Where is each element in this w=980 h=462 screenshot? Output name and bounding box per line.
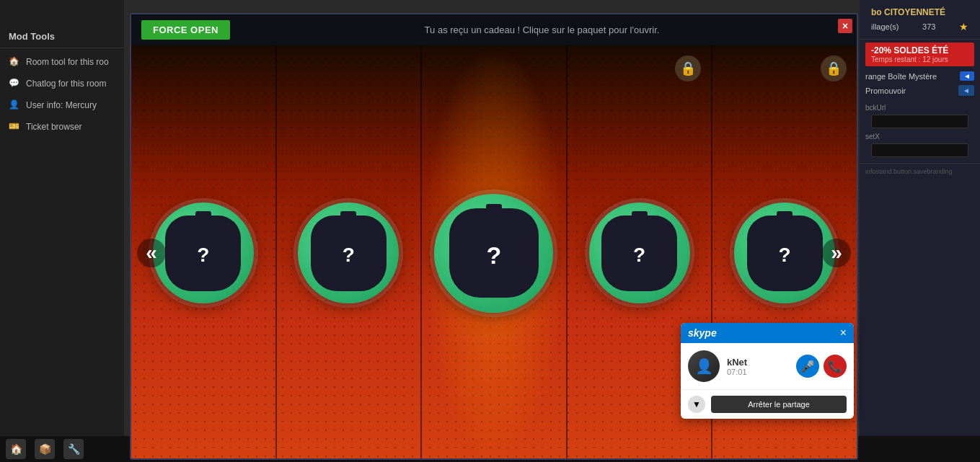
skype-controls: 🎤 📞 xyxy=(796,355,847,378)
sidebar-item-room-tool-label: Room tool for this roo xyxy=(26,57,109,67)
skype-expand-button[interactable]: ▼ xyxy=(688,396,705,413)
promote-button[interactable]: ◄ xyxy=(958,85,974,96)
skype-close-button[interactable]: × xyxy=(840,327,847,339)
skype-time: 07:01 xyxy=(727,368,789,376)
sale-box: -20% SOLDES ÉTÉ Temps restant : 12 jours xyxy=(865,43,974,66)
carousel-prev-button[interactable]: « xyxy=(137,239,166,267)
user-icon: 👤 xyxy=(9,99,20,111)
modal-header: FORCE OPEN Tu as reçu un cadeau ! Clique… xyxy=(131,14,857,45)
skype-mic-button[interactable]: 🎤 xyxy=(796,355,819,378)
setx-input[interactable] xyxy=(871,143,968,157)
mystery-inner-2: ? xyxy=(311,216,387,291)
question-mark-2: ? xyxy=(343,244,355,267)
question-mark-3: ? xyxy=(487,241,502,270)
bottom-home-icon[interactable]: 🏠 xyxy=(6,439,26,459)
save-branding-label: infostand.button.savebranding xyxy=(865,168,953,175)
bckurl-label: bckUrl xyxy=(865,102,974,113)
skype-logo-icon: skype xyxy=(688,327,717,339)
sidebar: Mod Tools 🏠 Room tool for this roo 💬 Cha… xyxy=(0,0,124,462)
force-open-button[interactable]: FORCE OPEN xyxy=(141,20,230,40)
sidebar-item-user-info-label: User info: Mercury xyxy=(26,100,97,110)
fields-section: bckUrl setX xyxy=(860,98,980,164)
mileage-label: illage(s) xyxy=(871,22,899,31)
question-mark-5: ? xyxy=(779,244,791,267)
modal-message: Tu as reçu un cadeau ! Clique sur le paq… xyxy=(237,25,847,35)
mystery-circle-5: ? xyxy=(734,203,835,303)
skype-username: kNet xyxy=(727,357,789,368)
skype-body: 👤 kNet 07:01 🎤 📞 xyxy=(681,343,854,389)
sidebar-item-user-info[interactable]: 👤 User info: Mercury xyxy=(0,94,124,116)
modal-close-button[interactable]: × xyxy=(838,19,852,33)
question-mark-1: ? xyxy=(197,244,209,267)
skype-stop-share-button[interactable]: Arrêter le partage xyxy=(711,396,847,413)
promote-label: Promouvoir xyxy=(865,86,906,95)
carousel-next-button[interactable]: » xyxy=(822,239,851,267)
bckurl-input[interactable] xyxy=(871,115,968,128)
bottom-inventory-icon[interactable]: 📦 xyxy=(35,439,55,459)
sidebar-item-ticket-browser-label: Ticket browser xyxy=(26,122,82,132)
promo-row: Promouvoir ◄ xyxy=(860,83,980,98)
skype-avatar: 👤 xyxy=(688,350,720,382)
mileage-value: 373 xyxy=(922,22,935,31)
mileage-row: illage(s) 373 ★ xyxy=(865,19,974,35)
chatlog-icon: 💬 xyxy=(9,78,20,89)
mystery-inner-1: ? xyxy=(165,216,241,291)
setx-label: setX xyxy=(865,130,974,142)
mystery-circle-3: ? xyxy=(434,194,553,313)
skype-info: kNet 07:01 xyxy=(727,357,789,376)
bottom-tools-icon[interactable]: 🔧 xyxy=(63,439,84,459)
ticket-icon: 🎫 xyxy=(9,121,20,133)
sidebar-item-chatlog-label: Chatlog for this room xyxy=(26,79,106,89)
citizenship-title: bo CITOYENNETÉ xyxy=(865,4,974,19)
mystery-inner-3: ? xyxy=(449,208,539,298)
mystery-inner-4: ? xyxy=(601,216,677,291)
sale-title: -20% SOLDES ÉTÉ xyxy=(871,45,968,55)
sidebar-title: Mod Tools xyxy=(0,25,124,48)
mystery-circle-4: ? xyxy=(589,203,690,303)
mystery-box-label: range Boîte Mystère xyxy=(865,72,937,81)
sidebar-item-chatlog[interactable]: 💬 Chatlog for this room xyxy=(0,73,124,94)
skype-end-button[interactable]: 📞 xyxy=(824,355,847,378)
star-icon: ★ xyxy=(959,21,968,32)
right-panel: bo CITOYENNETÉ illage(s) 373 ★ -20% SOLD… xyxy=(860,0,980,462)
skype-popup: skype × 👤 kNet 07:01 🎤 📞 ▼ Arrêter le pa… xyxy=(681,323,854,419)
sidebar-item-ticket-browser[interactable]: 🎫 Ticket browser xyxy=(0,116,124,138)
room-tool-icon: 🏠 xyxy=(9,56,20,68)
sidebar-item-room-tool[interactable]: 🏠 Room tool for this roo xyxy=(0,51,124,73)
mystery-circle-1: ? xyxy=(153,203,254,303)
question-mark-4: ? xyxy=(633,244,645,267)
right-panel-citizenship: bo CITOYENNETÉ illage(s) 373 ★ xyxy=(860,0,980,40)
skype-footer: ▼ Arrêter le partage xyxy=(681,389,854,419)
lock-icon-4: 🔒 xyxy=(675,55,701,81)
sale-subtitle: Temps restant : 12 jours xyxy=(871,55,968,63)
save-branding-area: infostand.button.savebranding xyxy=(860,164,980,178)
mystery-inner-5: ? xyxy=(747,216,823,291)
carousel-item-3-active[interactable]: ? xyxy=(422,45,568,460)
mystery-box-row: range Boîte Mystère ◄ xyxy=(860,69,980,83)
mystery-box-badge: ◄ xyxy=(960,71,974,81)
lock-icon-5: 🔒 xyxy=(821,55,847,81)
mystery-circle-2: ? xyxy=(298,203,399,303)
skype-header: skype × xyxy=(681,323,854,343)
carousel-item-2[interactable]: ? xyxy=(277,45,423,460)
